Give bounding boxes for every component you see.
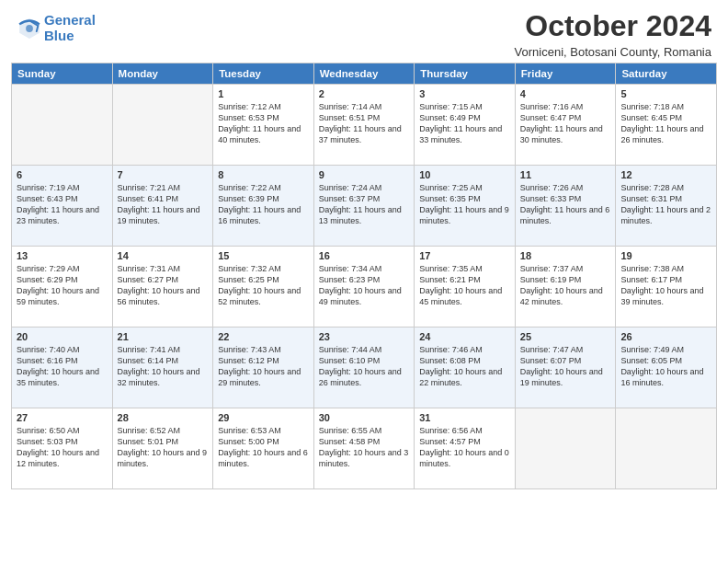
calendar-cell: 30Sunrise: 6:55 AM Sunset: 4:58 PM Dayli… xyxy=(313,408,415,489)
calendar-cell xyxy=(515,408,616,489)
cell-day-number: 30 xyxy=(319,412,410,423)
calendar-week-row: 27Sunrise: 6:50 AM Sunset: 5:03 PM Dayli… xyxy=(12,408,717,489)
calendar-cell: 11Sunrise: 7:26 AM Sunset: 6:33 PM Dayli… xyxy=(515,166,616,247)
calendar-cell: 13Sunrise: 7:29 AM Sunset: 6:29 PM Dayli… xyxy=(12,247,113,327)
calendar-cell: 9Sunrise: 7:24 AM Sunset: 6:37 PM Daylig… xyxy=(313,166,415,247)
cell-info: Sunrise: 7:49 AM Sunset: 6:05 PM Dayligh… xyxy=(620,344,711,389)
cell-info: Sunrise: 7:21 AM Sunset: 6:41 PM Dayligh… xyxy=(118,182,209,227)
calendar-cell: 17Sunrise: 7:35 AM Sunset: 6:21 PM Dayli… xyxy=(415,247,516,327)
calendar-cell xyxy=(616,408,717,489)
cell-day-number: 10 xyxy=(419,169,510,180)
cell-day-number: 31 xyxy=(419,412,510,423)
cell-info: Sunrise: 7:18 AM Sunset: 6:45 PM Dayligh… xyxy=(620,101,711,146)
cell-info: Sunrise: 7:43 AM Sunset: 6:12 PM Dayligh… xyxy=(218,344,309,389)
cell-day-number: 29 xyxy=(218,412,309,423)
calendar-cell: 14Sunrise: 7:31 AM Sunset: 6:27 PM Dayli… xyxy=(112,247,213,327)
cell-info: Sunrise: 7:24 AM Sunset: 6:37 PM Dayligh… xyxy=(319,182,410,227)
day-header-sunday: Sunday xyxy=(12,63,113,85)
cell-info: Sunrise: 7:47 AM Sunset: 6:07 PM Dayligh… xyxy=(520,344,611,389)
cell-info: Sunrise: 7:16 AM Sunset: 6:47 PM Dayligh… xyxy=(520,101,611,146)
calendar-week-row: 1Sunrise: 7:12 AM Sunset: 6:53 PM Daylig… xyxy=(12,85,717,166)
cell-info: Sunrise: 7:40 AM Sunset: 6:16 PM Dayligh… xyxy=(17,344,108,389)
calendar-week-row: 20Sunrise: 7:40 AM Sunset: 6:16 PM Dayli… xyxy=(12,327,717,408)
cell-info: Sunrise: 7:19 AM Sunset: 6:43 PM Dayligh… xyxy=(17,182,108,227)
logo-general: General xyxy=(44,12,96,28)
cell-day-number: 22 xyxy=(218,331,309,342)
calendar-cell: 21Sunrise: 7:41 AM Sunset: 6:14 PM Dayli… xyxy=(112,327,213,408)
cell-day-number: 3 xyxy=(419,88,510,99)
calendar-cell: 10Sunrise: 7:25 AM Sunset: 6:35 PM Dayli… xyxy=(415,166,516,247)
svg-point-1 xyxy=(26,25,33,32)
cell-info: Sunrise: 6:55 AM Sunset: 4:58 PM Dayligh… xyxy=(319,425,410,470)
calendar-cell xyxy=(112,85,213,166)
cell-info: Sunrise: 7:28 AM Sunset: 6:31 PM Dayligh… xyxy=(620,182,711,227)
calendar-cell: 5Sunrise: 7:18 AM Sunset: 6:45 PM Daylig… xyxy=(616,85,717,166)
cell-day-number: 13 xyxy=(17,250,108,261)
cell-info: Sunrise: 7:26 AM Sunset: 6:33 PM Dayligh… xyxy=(520,182,611,227)
cell-day-number: 25 xyxy=(520,331,611,342)
cell-info: Sunrise: 7:46 AM Sunset: 6:08 PM Dayligh… xyxy=(419,344,510,389)
cell-day-number: 20 xyxy=(17,331,108,342)
cell-day-number: 28 xyxy=(118,412,209,423)
header: General Blue October 2024 Vorniceni, Bot… xyxy=(0,0,728,63)
cell-info: Sunrise: 7:14 AM Sunset: 6:51 PM Dayligh… xyxy=(319,101,410,146)
cell-info: Sunrise: 7:22 AM Sunset: 6:39 PM Dayligh… xyxy=(218,182,309,227)
cell-info: Sunrise: 6:50 AM Sunset: 5:03 PM Dayligh… xyxy=(17,425,108,470)
cell-day-number: 23 xyxy=(319,331,410,342)
cell-info: Sunrise: 7:41 AM Sunset: 6:14 PM Dayligh… xyxy=(118,344,209,389)
cell-info: Sunrise: 7:37 AM Sunset: 6:19 PM Dayligh… xyxy=(520,263,611,308)
calendar-week-row: 13Sunrise: 7:29 AM Sunset: 6:29 PM Dayli… xyxy=(12,247,717,327)
day-header-wednesday: Wednesday xyxy=(313,63,415,85)
day-header-monday: Monday xyxy=(112,63,213,85)
cell-info: Sunrise: 7:31 AM Sunset: 6:27 PM Dayligh… xyxy=(118,263,209,308)
cell-day-number: 6 xyxy=(17,169,108,180)
cell-day-number: 17 xyxy=(419,250,510,261)
cell-info: Sunrise: 7:15 AM Sunset: 6:49 PM Dayligh… xyxy=(419,101,510,146)
cell-info: Sunrise: 6:52 AM Sunset: 5:01 PM Dayligh… xyxy=(118,425,209,470)
calendar-cell: 20Sunrise: 7:40 AM Sunset: 6:16 PM Dayli… xyxy=(12,327,113,408)
cell-day-number: 24 xyxy=(419,331,510,342)
cell-day-number: 15 xyxy=(218,250,309,261)
calendar-cell: 2Sunrise: 7:14 AM Sunset: 6:51 PM Daylig… xyxy=(313,85,415,166)
cell-info: Sunrise: 7:29 AM Sunset: 6:29 PM Dayligh… xyxy=(17,263,108,308)
calendar-cell: 3Sunrise: 7:15 AM Sunset: 6:49 PM Daylig… xyxy=(415,85,516,166)
calendar-cell: 23Sunrise: 7:44 AM Sunset: 6:10 PM Dayli… xyxy=(313,327,415,408)
calendar-cell: 16Sunrise: 7:34 AM Sunset: 6:23 PM Dayli… xyxy=(313,247,415,327)
cell-day-number: 1 xyxy=(218,88,309,99)
calendar-week-row: 6Sunrise: 7:19 AM Sunset: 6:43 PM Daylig… xyxy=(12,166,717,247)
calendar-cell: 27Sunrise: 6:50 AM Sunset: 5:03 PM Dayli… xyxy=(12,408,113,489)
calendar-body: 1Sunrise: 7:12 AM Sunset: 6:53 PM Daylig… xyxy=(12,85,717,489)
calendar-cell: 26Sunrise: 7:49 AM Sunset: 6:05 PM Dayli… xyxy=(616,327,717,408)
cell-day-number: 21 xyxy=(118,331,209,342)
logo-icon xyxy=(17,16,42,41)
calendar-cell: 6Sunrise: 7:19 AM Sunset: 6:43 PM Daylig… xyxy=(12,166,113,247)
calendar-cell: 28Sunrise: 6:52 AM Sunset: 5:01 PM Dayli… xyxy=(112,408,213,489)
cell-day-number: 12 xyxy=(620,169,711,180)
cell-day-number: 5 xyxy=(620,88,711,99)
location-subtitle: Vorniceni, Botosani County, Romania xyxy=(515,45,711,59)
calendar-cell: 4Sunrise: 7:16 AM Sunset: 6:47 PM Daylig… xyxy=(515,85,616,166)
cell-day-number: 11 xyxy=(520,169,611,180)
calendar-cell: 25Sunrise: 7:47 AM Sunset: 6:07 PM Dayli… xyxy=(515,327,616,408)
cell-day-number: 14 xyxy=(118,250,209,261)
calendar-table: SundayMondayTuesdayWednesdayThursdayFrid… xyxy=(11,63,717,489)
calendar-cell: 12Sunrise: 7:28 AM Sunset: 6:31 PM Dayli… xyxy=(616,166,717,247)
cell-info: Sunrise: 6:56 AM Sunset: 4:57 PM Dayligh… xyxy=(419,425,510,470)
cell-day-number: 19 xyxy=(620,250,711,261)
cell-info: Sunrise: 7:32 AM Sunset: 6:25 PM Dayligh… xyxy=(218,263,309,308)
month-title: October 2024 xyxy=(515,9,711,43)
day-header-tuesday: Tuesday xyxy=(213,63,314,85)
calendar-cell: 18Sunrise: 7:37 AM Sunset: 6:19 PM Dayli… xyxy=(515,247,616,327)
calendar-header-row: SundayMondayTuesdayWednesdayThursdayFrid… xyxy=(12,63,717,85)
calendar-cell: 8Sunrise: 7:22 AM Sunset: 6:39 PM Daylig… xyxy=(213,166,314,247)
calendar-cell: 24Sunrise: 7:46 AM Sunset: 6:08 PM Dayli… xyxy=(415,327,516,408)
day-header-friday: Friday xyxy=(515,63,616,85)
page: General Blue October 2024 Vorniceni, Bot… xyxy=(0,0,728,563)
cell-info: Sunrise: 7:44 AM Sunset: 6:10 PM Dayligh… xyxy=(319,344,410,389)
calendar-cell: 7Sunrise: 7:21 AM Sunset: 6:41 PM Daylig… xyxy=(112,166,213,247)
cell-day-number: 9 xyxy=(319,169,410,180)
calendar-cell: 1Sunrise: 7:12 AM Sunset: 6:53 PM Daylig… xyxy=(213,85,314,166)
cell-day-number: 26 xyxy=(620,331,711,342)
logo: General Blue xyxy=(17,13,96,43)
calendar-cell: 22Sunrise: 7:43 AM Sunset: 6:12 PM Dayli… xyxy=(213,327,314,408)
